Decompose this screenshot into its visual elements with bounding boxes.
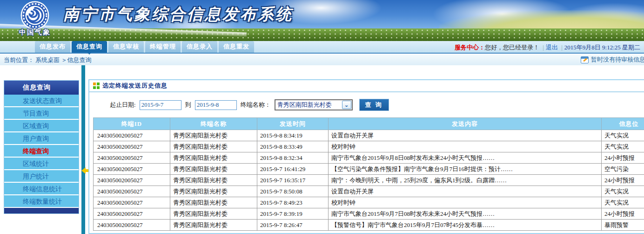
sidebar-header: 信息查询	[4, 81, 79, 95]
nav-tab[interactable]: 信息审核	[108, 41, 144, 53]
breadcrumb-home-link[interactable]: 系统桌面	[35, 56, 60, 63]
table-row[interactable]: 240305002005027 青秀区南阳新光村委 2015-9-8 8:32:…	[94, 152, 644, 164]
cell-info-type: 24小时预报	[602, 175, 644, 186]
date-from-input[interactable]	[140, 100, 181, 110]
date-to-input[interactable]	[195, 100, 237, 110]
cell-info-type: 暴雨预警	[602, 220, 644, 231]
cell-terminal-id: 240305002005027	[94, 220, 170, 231]
cell-terminal-id: 240305002005027	[94, 152, 170, 164]
sidebar-item[interactable]: 用户统计	[4, 170, 79, 183]
cell-send-time: 2015-9-7 8:39:19	[257, 208, 329, 220]
cell-send-content: 设置自动开关屏	[329, 130, 602, 141]
cell-terminal-id: 240305002005027	[94, 208, 170, 220]
breadcrumb-label: 当前位置：	[4, 56, 34, 63]
terminal-name-label: 终端名称：	[241, 101, 271, 109]
collapse-arrow-icon[interactable]	[78, 167, 86, 174]
sidebar-item[interactable]: 终端查询	[4, 145, 79, 158]
table-row[interactable]: 240305002005027 青秀区南阳新光村委 2015-9-7 8:49:…	[94, 197, 644, 208]
sidebar-item[interactable]: 区域统计	[4, 158, 79, 170]
table-header-cell: 信息位	[602, 118, 644, 130]
cell-terminal-name: 青秀区南阳新光村委	[170, 197, 257, 208]
table-body: 240305002005027 青秀区南阳新光村委 2015-9-8 8:34:…	[94, 130, 644, 231]
cell-terminal-id: 240305002005027	[94, 130, 170, 141]
table-header-cell: 发送时间	[257, 118, 329, 130]
review-notice-text: 暂时没有待审核信息	[591, 55, 644, 64]
cell-send-content: 【空气污染气象条件预报】南宁市气象台9月7日16时提供：预计……	[329, 164, 602, 175]
cell-terminal-name: 青秀区南阳新光村委	[170, 220, 257, 231]
sidebar-item[interactable]: 发送状态查询	[4, 95, 79, 107]
table-row[interactable]: 240305002005027 青秀区南阳新光村委 2015-9-7 8:50:…	[94, 186, 644, 197]
sidebar-items: 发送状态查询 节目查询 区域查询 用户查询 终端查询 区域统计 用户统计 终端信…	[4, 95, 79, 208]
cell-info-type: 天气实况	[602, 197, 644, 208]
sidebar-item[interactable]: 节目查询	[4, 107, 79, 120]
breadcrumb-current: 信息查询	[67, 56, 92, 63]
cell-terminal-name: 青秀区南阳新光村委	[170, 164, 257, 175]
table-row[interactable]: 240305002005027 青秀区南阳新光村委 2015-9-7 8:26:…	[94, 220, 644, 231]
datetime-display: 2015年9月8日 9:12:25 星期二	[564, 44, 640, 51]
nav-tab[interactable]: 信息查询	[72, 41, 107, 53]
table-row[interactable]: 240305002005027 青秀区南阳新光村委 2015-9-8 8:34:…	[94, 130, 644, 141]
nav-tab[interactable]: 终端管理	[145, 41, 181, 53]
cell-terminal-id: 240305002005027	[94, 164, 170, 175]
banner: 中国气象 南宁市气象综合信息发布系统	[0, 0, 644, 41]
sidebar-item[interactable]: 用户查询	[4, 132, 79, 145]
review-notice: 暂时没有待审核信息	[581, 55, 644, 64]
table-header-cell: 发送内容	[329, 118, 602, 130]
cell-terminal-name: 青秀区南阳新光村委	[170, 130, 257, 141]
nav-tab[interactable]: 信息发布	[35, 41, 70, 53]
nav-tabs: 信息发布 信息查询 信息审核 终端管理 信息录入 信息重发	[35, 41, 254, 53]
sidebar-menu: 信息查询 发送状态查询 节目查询 区域查询 用户查询 终端查询 区域统计 用户统…	[4, 80, 79, 214]
table-row[interactable]: 240305002005027 青秀区南阳新光村委 2015-9-8 8:33:…	[94, 141, 644, 152]
cell-send-time: 2015-9-7 16:41:29	[257, 164, 329, 175]
panel-splitter[interactable]	[81, 65, 85, 234]
table-row[interactable]: 240305002005027 青秀区南阳新光村委 2015-9-7 16:35…	[94, 175, 644, 186]
cell-info-type: 天气实况	[602, 130, 644, 141]
org-name: 中国气象	[14, 28, 56, 37]
grid-icon	[93, 83, 100, 89]
divider: |	[561, 44, 563, 51]
sidebar-item[interactable]: 区域查询	[4, 120, 79, 132]
to-label: 到	[185, 101, 191, 109]
cell-send-time: 2015-9-7 8:50:08	[257, 186, 329, 197]
nav-bar: 信息发布 信息查询 信息审核 终端管理 信息录入 信息重发 服务中心：您好，您已…	[0, 41, 644, 54]
cell-send-time: 2015-9-7 16:35:17	[257, 175, 329, 186]
table-row[interactable]: 240305002005027 青秀区南阳新光村委 2015-9-7 8:39:…	[94, 208, 644, 220]
cell-terminal-name: 青秀区南阳新光村委	[170, 208, 257, 220]
history-panel: 选定终端发送历史信息 起止日期: 到 终端名称： 青秀区南阳新光村委 ⌄ 查 询	[88, 79, 644, 234]
content-area: 信息查询 发送状态查询 节目查询 区域查询 用户查询 终端查询 区域统计 用户统…	[0, 65, 644, 234]
cell-send-time: 2015-9-8 8:33:49	[257, 141, 329, 152]
cell-info-type: 24小时预报	[602, 152, 644, 164]
query-button[interactable]: 查 询	[359, 99, 389, 111]
table-header-cell: 终端名称	[170, 118, 257, 130]
cell-info-type: 空气污染	[602, 164, 644, 175]
cell-terminal-id: 240305002005027	[94, 197, 170, 208]
terminal-select[interactable]: 青秀区南阳新光村委 ⌄	[275, 99, 353, 110]
cma-logo-icon	[20, 1, 49, 30]
sidebar-item[interactable]: 终端信息统计	[4, 183, 79, 195]
logout-link[interactable]: 退出	[546, 44, 558, 51]
sidebar-item[interactable]: 终端数量统计	[4, 195, 79, 208]
cell-send-content: 南宁：今晚到明天，中雨，25到29度，偏东风1到2级。白露蹭……	[329, 175, 602, 186]
user-bar: 服务中心：您好，您已经登录！ |退出 |2015年9月8日 9:12:25 星期…	[455, 41, 640, 54]
cell-terminal-name: 青秀区南阳新光村委	[170, 141, 257, 152]
sidebar-footer	[4, 208, 79, 213]
nav-tab[interactable]: 信息录入	[182, 41, 217, 53]
cell-send-content: 【预警信号】南宁市气象台2015年9月7日07时45分发布暴……	[329, 220, 602, 231]
cell-send-time: 2015-9-8 8:34:19	[257, 130, 329, 141]
cell-send-content: 校对时钟	[329, 197, 602, 208]
app-window: 中国气象 南宁市气象综合信息发布系统 信息发布 信息查询 信息审核 终端管理 信…	[0, 0, 644, 234]
nav-tab[interactable]: 信息重发	[219, 41, 254, 53]
breadcrumb: 当前位置： 系统桌面 ＞信息查询	[4, 56, 92, 64]
chevron-down-icon[interactable]: ⌄	[342, 101, 351, 109]
cell-terminal-id: 240305002005027	[94, 175, 170, 186]
cma-logo: 中国气象	[14, 1, 56, 37]
cell-terminal-name: 青秀区南阳新光村委	[170, 186, 257, 197]
divider: |	[543, 44, 544, 51]
cell-terminal-id: 240305002005027	[94, 186, 170, 197]
site-title: 南宁市气象综合信息发布系统	[63, 4, 293, 25]
table-row[interactable]: 240305002005027 青秀区南阳新光村委 2015-9-7 16:41…	[94, 164, 644, 175]
cell-send-content: 设置自动开关屏	[329, 186, 602, 197]
service-center-label: 服务中心：	[455, 44, 485, 51]
cell-send-content: 南宁市气象台2015年9月8日08时发布未来24小时天气预报……	[329, 152, 602, 164]
cell-send-time: 2015-9-7 8:49:23	[257, 197, 329, 208]
